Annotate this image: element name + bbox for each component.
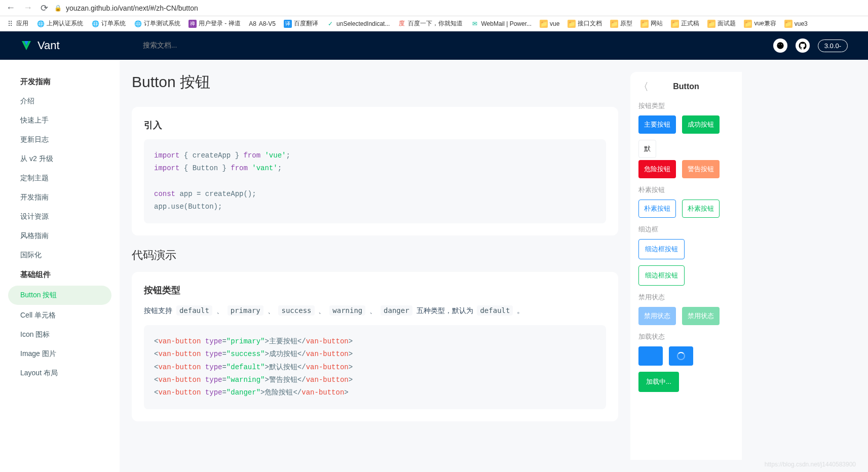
preview-btn-disabled-success[interactable]: 禁用状态 xyxy=(682,307,720,325)
preview-btn-success[interactable]: 成功按钮 xyxy=(682,115,720,134)
preview-back-icon[interactable]: 〈 xyxy=(638,80,649,94)
preview-sec-plain: 朴素按钮 xyxy=(638,185,734,194)
bookmark-item[interactable]: 禅用户登录 - 禅道 xyxy=(188,19,241,28)
brand-text: Vant xyxy=(37,39,60,52)
bookmark-icon: 📁 xyxy=(610,20,618,28)
preview-btn-loading-1[interactable] xyxy=(638,346,663,366)
wechat-icon[interactable] xyxy=(773,38,787,53)
reload-icon[interactable]: ⟳ xyxy=(39,3,50,14)
url-bar[interactable]: 🔒 youzan.github.io/vant/next/#/zh-CN/but… xyxy=(54,4,864,12)
preview-btn-warning[interactable]: 警告按钮 xyxy=(682,160,720,178)
bookmark-icon: 📁 xyxy=(707,20,715,28)
code-inline: primary xyxy=(228,305,263,316)
bookmark-item[interactable]: 📁vue3 xyxy=(784,20,808,28)
bookmark-item[interactable]: ⠿应用 xyxy=(6,19,28,28)
sidebar-item[interactable]: Icon 图标 xyxy=(0,325,120,344)
vant-logo-icon xyxy=(20,40,32,52)
preview-btn-hair-primary[interactable]: 细边框按钮 xyxy=(638,239,685,259)
bookmark-icon: ✉ xyxy=(471,20,479,28)
import-code: import { createApp } from 'vue'; import … xyxy=(144,139,606,223)
bookmark-icon: 🌐 xyxy=(36,20,45,28)
bookmark-item[interactable]: 📁网站 xyxy=(640,19,663,28)
browser-nav-bar: ← → ⟳ 🔒 youzan.github.io/vant/next/#/zh-… xyxy=(0,0,868,16)
forward-icon[interactable]: → xyxy=(21,3,34,13)
bookmark-item[interactable]: A8A8-V5 xyxy=(249,20,276,28)
sidebar-item[interactable]: 介绍 xyxy=(0,92,120,111)
svg-point-0 xyxy=(777,42,783,49)
bookmark-icon: 📁 xyxy=(640,20,649,28)
bookmark-item[interactable]: 🌐订单系统 xyxy=(91,19,126,28)
preview-sec-type: 按钮类型 xyxy=(638,101,734,110)
bookmark-item[interactable]: 📁正式稿 xyxy=(671,19,699,28)
search-input[interactable]: 搜索文档... xyxy=(143,41,761,50)
preview-btn-plain-success[interactable]: 朴素按钮 xyxy=(682,200,720,218)
github-icon[interactable] xyxy=(796,38,810,53)
sidebar-item[interactable]: Button 按钮 xyxy=(8,286,111,305)
bookmark-item[interactable]: 🌐上网认证系统 xyxy=(36,19,83,28)
type-card: 按钮类型 按钮支持 default 、 primary 、 success 、 … xyxy=(132,272,618,421)
sidebar-item[interactable]: 快速上手 xyxy=(0,111,120,130)
bookmark-label: 正式稿 xyxy=(681,19,699,28)
bookmark-icon: A8 xyxy=(249,20,257,28)
import-card: 引入 import { createApp } from 'vue'; impo… xyxy=(132,107,618,235)
bookmark-label: WebMail | Power... xyxy=(481,20,532,27)
sidebar-item[interactable]: 国际化 xyxy=(0,246,120,265)
bookmark-label: 上网认证系统 xyxy=(47,19,83,28)
preview-btn-default[interactable]: 默 xyxy=(638,140,656,158)
version-selector[interactable]: 3.0.0- xyxy=(818,40,848,52)
preview-btn-hair-success[interactable]: 细边框按钮 xyxy=(638,265,685,286)
sidebar-item[interactable]: 定制主题 xyxy=(0,169,120,188)
preview-panel: 〈 Button 按钮类型 主要按钮 成功按钮 默 危险按钮 警告按钮 朴素按钮… xyxy=(630,72,742,460)
bookmark-item[interactable]: 🌐订单测试系统 xyxy=(134,19,180,28)
sidebar-item[interactable]: 设计资源 xyxy=(0,207,120,226)
bookmark-icon: 📁 xyxy=(784,20,792,28)
preview-btn-plain-primary[interactable]: 朴素按钮 xyxy=(638,200,676,218)
bookmark-item[interactable]: 📁面试题 xyxy=(707,19,736,28)
preview-sec-loading: 加载状态 xyxy=(638,332,734,341)
bookmark-label: 订单系统 xyxy=(101,19,126,28)
sidebar-item[interactable]: 更新日志 xyxy=(0,130,120,149)
bookmark-label: vue3 xyxy=(795,20,808,27)
bookmark-label: vue兼容 xyxy=(754,19,776,28)
bookmark-item[interactable]: 📁vue xyxy=(540,20,559,28)
code-inline: warning xyxy=(329,305,365,316)
bookmark-label: 面试题 xyxy=(718,19,736,28)
preview-btn-disabled-primary[interactable]: 禁用状态 xyxy=(638,307,676,325)
code-inline: success xyxy=(278,305,314,316)
sidebar-item[interactable]: 开发指南 xyxy=(0,188,120,207)
sidebar-item[interactable]: 从 v2 升级 xyxy=(0,149,120,169)
bookmark-icon: 📁 xyxy=(744,20,752,28)
bookmark-item[interactable]: 📁vue兼容 xyxy=(744,19,776,28)
bookmark-icon: 🌐 xyxy=(134,20,142,28)
type-desc: 按钮支持 default 、 primary 、 success 、 warni… xyxy=(144,304,606,317)
back-icon[interactable]: ← xyxy=(4,3,17,13)
preview-btn-loading-3[interactable]: 加载中... xyxy=(638,372,679,392)
sidebar-item[interactable]: Layout 布局 xyxy=(0,364,120,383)
bookmark-item[interactable]: 译百度翻译 xyxy=(284,19,318,28)
preview-btn-primary[interactable]: 主要按钮 xyxy=(638,115,676,134)
bookmark-label: 网站 xyxy=(651,19,663,28)
bookmark-label: A8-V5 xyxy=(259,20,276,27)
bookmark-item[interactable]: ✓unSelectedIndicat... xyxy=(326,20,390,28)
type-heading: 按钮类型 xyxy=(144,284,606,296)
bookmark-item[interactable]: 📁接口文档 xyxy=(568,19,602,28)
sidebar-item[interactable]: Cell 单元格 xyxy=(0,306,120,325)
bookmark-icon: 📁 xyxy=(568,20,576,28)
import-heading: 引入 xyxy=(144,119,606,131)
brand-logo[interactable]: Vant xyxy=(20,39,60,52)
sidebar-item[interactable]: 风格指南 xyxy=(0,226,120,246)
bookmarks-bar: ⠿应用🌐上网认证系统🌐订单系统🌐订单测试系统禅用户登录 - 禅道A8A8-V5译… xyxy=(0,16,868,31)
sidebar-item[interactable]: Image 图片 xyxy=(0,344,120,364)
preview-btn-danger[interactable]: 危险按钮 xyxy=(638,160,676,178)
page-title: Button 按钮 xyxy=(132,72,618,93)
code-inline: danger xyxy=(381,305,412,316)
bookmark-item[interactable]: ✉WebMail | Power... xyxy=(471,20,532,28)
bookmark-item[interactable]: 度百度一下，你就知道 xyxy=(398,19,463,28)
bookmark-label: vue xyxy=(550,20,559,27)
bookmark-icon: 禅 xyxy=(188,20,197,28)
bookmark-icon: 📁 xyxy=(671,20,679,28)
bookmark-label: 百度翻译 xyxy=(294,19,318,28)
bookmark-item[interactable]: 📁原型 xyxy=(610,19,632,28)
preview-btn-loading-2[interactable] xyxy=(669,346,693,366)
lock-icon: 🔒 xyxy=(54,5,62,12)
